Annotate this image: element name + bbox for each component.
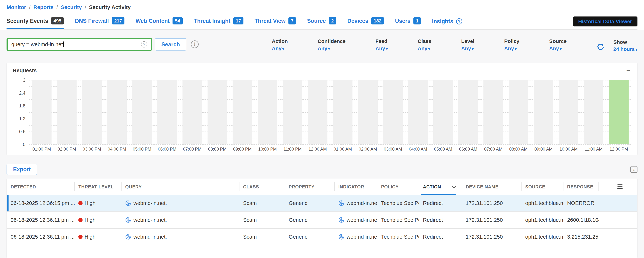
tab-threat-insight[interactable]: Threat Insight 17	[194, 17, 244, 29]
main-content: query = webmd-in.net × Search i Action A…	[0, 30, 644, 258]
requests-panel: Requests – 32.41.81.20.60 01:00 PM02:00 …	[6, 63, 638, 155]
threat-indicator-icon	[125, 217, 131, 223]
chart-x-labels: 01:00 PM02:00 PM03:00 PM04:00 PM05:00 PM…	[29, 147, 631, 152]
filter-feed: Feed Any▾	[376, 38, 388, 53]
column-header-source[interactable]: SOURCE	[522, 182, 564, 191]
chart-band[interactable]	[356, 80, 380, 145]
breadcrumb-current: Security Activity	[89, 4, 130, 10]
chart-band[interactable]	[305, 80, 330, 145]
collapse-icon[interactable]: –	[625, 68, 631, 72]
chart-band[interactable]	[154, 80, 180, 145]
chart-band[interactable]	[130, 80, 154, 145]
tab-devices[interactable]: Devices 182	[348, 17, 384, 29]
search-query-text: query = webmd-in.net	[12, 41, 63, 47]
chart-band[interactable]	[180, 80, 205, 145]
tab-count-badge: 17	[233, 17, 244, 24]
column-header-detected[interactable]: DETECTED	[7, 182, 75, 191]
chart-y-tick-label: 0.6	[19, 129, 26, 134]
chevron-down-icon: ▾	[560, 47, 562, 51]
filter-level: Level Any▾	[461, 38, 474, 53]
filter-source-dropdown[interactable]: Any▾	[549, 45, 567, 51]
search-button[interactable]: Search	[155, 38, 186, 50]
show-range-dropdown[interactable]: 24 hours▾	[613, 46, 638, 52]
chart-band[interactable]	[406, 80, 430, 145]
chart-band[interactable]	[581, 80, 606, 145]
chart-band[interactable]	[29, 80, 54, 145]
chart-band[interactable]	[230, 80, 255, 145]
chart-band[interactable]	[456, 80, 481, 145]
breadcrumb-separator: /	[56, 4, 58, 10]
column-header-indicator[interactable]: INDICATOR	[335, 182, 377, 191]
column-header-policy[interactable]: POLICY	[377, 182, 419, 191]
security-activity-page: Monitor / Reports / Security / Security …	[0, 0, 644, 258]
chart-band[interactable]	[205, 80, 230, 145]
threat-indicator-icon	[125, 234, 131, 240]
chart-x-tick-label: 10:00 AM	[556, 147, 581, 152]
chart-band[interactable]	[531, 80, 556, 145]
breadcrumb: Monitor / Reports / Security / Security …	[6, 4, 638, 10]
table-info-icon[interactable]: i	[630, 166, 637, 173]
help-icon[interactable]: ?	[456, 18, 462, 24]
breadcrumb-link-security[interactable]: Security	[61, 4, 82, 10]
filter-feed-dropdown[interactable]: Any▾	[376, 45, 388, 51]
chevron-down-icon: ▾	[386, 47, 388, 51]
threat-indicator-icon	[338, 234, 344, 240]
filter-policy-dropdown[interactable]: Any▾	[504, 45, 519, 51]
historical-data-viewer-button[interactable]: Historical Data Viewer	[573, 16, 638, 27]
clear-search-icon[interactable]: ×	[141, 41, 147, 47]
tab-insights[interactable]: Insights ?	[432, 18, 462, 29]
table-menu-icon[interactable]	[599, 182, 637, 191]
refresh-icon[interactable]	[596, 43, 605, 51]
chart-band[interactable]	[280, 80, 305, 145]
breadcrumb-link-monitor[interactable]: Monitor	[6, 4, 26, 10]
filter-level-dropdown[interactable]: Any▾	[461, 45, 474, 51]
column-header-query[interactable]: QUERY	[122, 182, 240, 191]
tab-source[interactable]: Source 2	[307, 17, 336, 29]
chart-x-tick-label: 03:00 PM	[79, 147, 104, 152]
chart-x-tick-label: 01:00 PM	[29, 147, 54, 152]
chart-y-tick-label: 2.4	[19, 90, 26, 95]
chart-band[interactable]	[506, 80, 531, 145]
tab-web-content[interactable]: Web Content 54	[136, 17, 183, 29]
table-row[interactable]: 06-18-2025 12:36:11 pm ... High webmd-in…	[7, 228, 637, 245]
column-header-action[interactable]: ACTION	[419, 182, 462, 191]
tab-dns-firewall[interactable]: DNS Firewall 217	[75, 17, 124, 29]
tab-security-events[interactable]: Security Events 495	[6, 17, 64, 29]
chart-x-tick-label: 07:00 AM	[481, 147, 506, 152]
breadcrumb-link-reports[interactable]: Reports	[34, 4, 54, 10]
chart-band[interactable]	[556, 80, 581, 145]
threat-high-dot-icon	[78, 235, 82, 239]
tab-bar: Security Events 495 DNS Firewall 217 Web…	[6, 17, 638, 30]
filter-confidence-dropdown[interactable]: Any▾	[318, 45, 346, 51]
filter-class-dropdown[interactable]: Any▾	[418, 45, 432, 51]
requests-panel-header: Requests –	[7, 63, 637, 76]
column-header-threat-level[interactable]: THREAT LEVEL	[75, 182, 122, 191]
chart-band[interactable]	[380, 80, 406, 145]
chart-x-tick-label: 04:00 PM	[104, 147, 129, 152]
table-row[interactable]: 06-18-2025 12:36:11 pm ... High webmd-in…	[7, 212, 637, 228]
panel-title: Requests	[13, 67, 37, 74]
column-header-response[interactable]: RESPONSE	[564, 182, 599, 191]
column-header-property[interactable]: PROPERTY	[285, 182, 335, 191]
column-header-class[interactable]: CLASS	[240, 182, 285, 191]
chart-band[interactable]	[54, 80, 79, 145]
search-input[interactable]: query = webmd-in.net ×	[6, 38, 152, 51]
chart-band[interactable]	[481, 80, 506, 145]
tab-threat-view[interactable]: Threat View 7	[254, 17, 296, 29]
tab-count-badge: 217	[112, 17, 125, 24]
column-header-device-name[interactable]: DEVICE NAME	[462, 182, 522, 191]
chart-band[interactable]	[606, 80, 631, 145]
filter-action-dropdown[interactable]: Any▾	[272, 45, 288, 51]
chart-band[interactable]	[330, 80, 355, 145]
table-row[interactable]: 06-18-2025 12:36:15 pm ... High webmd-in…	[7, 195, 637, 212]
chart-band[interactable]	[255, 80, 280, 145]
tab-users[interactable]: Users 1	[395, 17, 421, 29]
chart-band[interactable]	[104, 80, 129, 145]
export-button[interactable]: Export	[6, 164, 37, 175]
chevron-down-icon: ▾	[636, 48, 637, 52]
chart-y-tick-label: 1.8	[19, 103, 26, 108]
search-info-icon[interactable]: i	[191, 40, 199, 48]
chart-x-tick-label: 05:00 PM	[130, 147, 154, 152]
chart-band[interactable]	[430, 80, 456, 145]
chart-band[interactable]	[79, 80, 104, 145]
